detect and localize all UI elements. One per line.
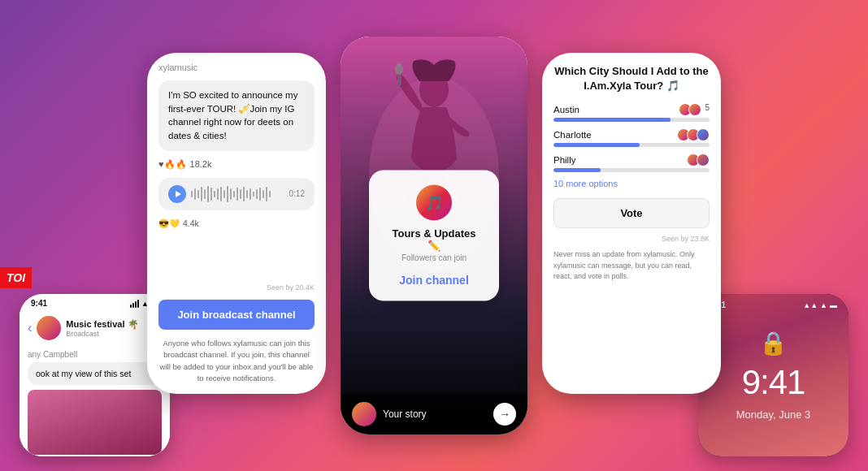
your-story-text: Your story [383, 408, 487, 420]
poll-option-austin: Austin 5 [553, 103, 710, 122]
option-austin-avatars: 5 [679, 103, 710, 116]
seen-label: Seen by 20.4K [158, 283, 315, 292]
vote-button[interactable]: Vote [553, 198, 710, 228]
story-avatar [352, 402, 376, 426]
option-philly-avatars [687, 153, 710, 166]
message-bubble-text: I'm SO excited to announce my first-ever… [158, 80, 315, 151]
emojis: ♥️🔥🔥 [158, 159, 187, 170]
phone-poll: Which City Should I Add to the I.Am.Xyla… [542, 53, 721, 394]
voice-reactions: 😎💛 4.4k [158, 218, 315, 229]
poll-title: Which City Should I Add to the I.Am.Xyla… [553, 64, 710, 93]
content-area: xylamusic I'm SO excited to announce my … [0, 0, 868, 471]
join-description: Anyone who follows xylamusic can join th… [158, 338, 315, 384]
poll-option-charlotte: Charlotte [553, 128, 710, 147]
poll-footer-text: Never miss an update from xylamusic. Onl… [553, 249, 710, 283]
play-icon[interactable] [168, 185, 186, 203]
poll-more-options[interactable]: 10 more options [553, 179, 710, 188]
svg-point-3 [395, 63, 403, 75]
option-austin-bar-fill [553, 118, 671, 122]
option-philly-bar-bg [553, 168, 710, 172]
option-charlotte-bar-bg [553, 143, 710, 147]
option-philly-label: Philly [553, 155, 575, 165]
story-arrow-button[interactable]: → [493, 403, 516, 426]
channel-join-popup: 🎵 Tours & Updates ✏️ Followers can join … [369, 171, 499, 301]
voice-duration: 0:12 [289, 189, 305, 198]
voice-count: 4.4k [183, 218, 199, 228]
voice-emojis: 😎💛 [158, 218, 180, 229]
channel-sub-text: Followers can join [387, 253, 481, 262]
option-charlotte-avatars [677, 128, 710, 141]
reaction-count: 18.2k [190, 159, 212, 169]
performer-background: 🎵 Tours & Updates ✏️ Followers can join … [341, 37, 527, 434]
poll-seen-label: Seen by 23.8K [553, 235, 710, 243]
waveform [191, 186, 284, 202]
toi-badge: TOI [0, 267, 32, 288]
phone-center: 🎵 Tours & Updates ✏️ Followers can join … [341, 37, 527, 434]
option-charlotte-label: Charlotte [553, 130, 592, 140]
phone-broadcast: xylamusic I'm SO excited to announce my … [147, 53, 326, 394]
channel-name-text: Tours & Updates ✏️ [387, 227, 481, 252]
voice-message: 0:12 [158, 178, 315, 210]
join-broadcast-button[interactable]: Join broadcast channel [158, 300, 315, 330]
channel-avatar: 🎵 [416, 185, 452, 221]
story-bar: Your story → [341, 394, 527, 434]
option-austin-bar-bg [553, 118, 710, 122]
option-philly-bar-fill [553, 168, 601, 172]
username-label: xylamusic [158, 63, 315, 72]
poll-option-philly: Philly [553, 153, 710, 172]
option-charlotte-bar-fill [553, 143, 640, 147]
option-austin-label: Austin [553, 105, 579, 115]
emoji-reaction-row: ♥️🔥🔥 18.2k [158, 159, 315, 170]
join-channel-button[interactable]: Join channel [387, 274, 481, 287]
